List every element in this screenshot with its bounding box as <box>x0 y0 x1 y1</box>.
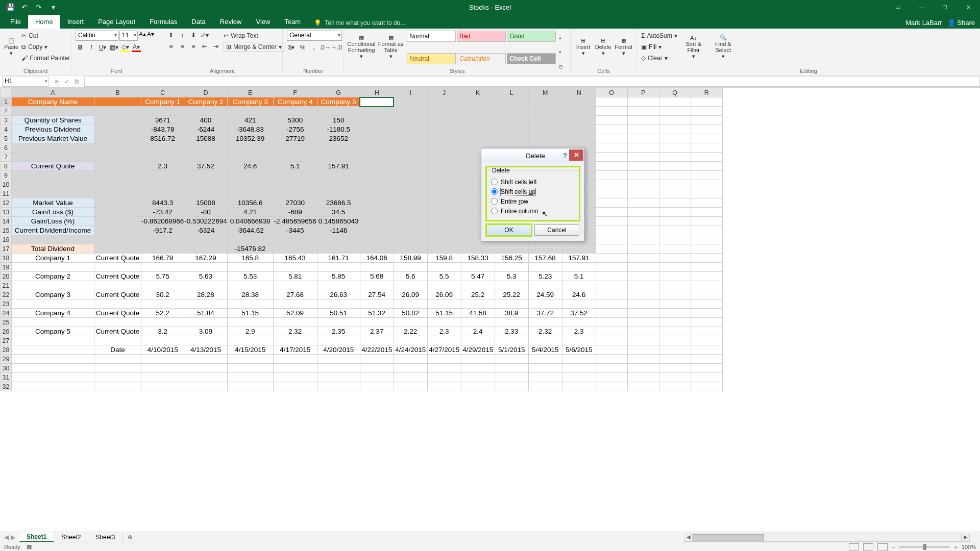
indent-dec-icon[interactable]: ⇤ <box>200 42 209 51</box>
zoom-slider[interactable] <box>899 546 950 548</box>
cell-J15[interactable] <box>427 226 461 235</box>
cell-I20[interactable]: 5.6 <box>394 272 427 281</box>
cell-L4[interactable] <box>495 125 528 134</box>
cell-O23[interactable] <box>596 299 627 309</box>
cell-E16[interactable] <box>227 235 273 244</box>
cell-H20[interactable]: 5.68 <box>360 272 394 281</box>
font-color-icon[interactable]: A▾ <box>132 43 141 52</box>
cell-R14[interactable] <box>691 217 722 226</box>
sheet-nav-prev-icon[interactable]: ◀ <box>4 534 9 541</box>
zoom-label[interactable]: 100% <box>962 544 976 550</box>
cell-E22[interactable]: 28.38 <box>227 290 273 299</box>
cell-H19[interactable] <box>360 263 394 272</box>
cell-O26[interactable] <box>596 327 627 336</box>
cell-G11[interactable] <box>317 189 360 198</box>
cell-H27[interactable] <box>360 336 394 345</box>
cell-G28[interactable]: 4/20/2015 <box>317 345 360 355</box>
cell-R31[interactable] <box>691 373 722 382</box>
cell-A29[interactable] <box>12 355 94 364</box>
cell-O2[interactable] <box>596 107 627 116</box>
cell-A23[interactable] <box>12 299 94 309</box>
cell-J1[interactable] <box>427 97 461 107</box>
cell-I13[interactable] <box>394 208 427 217</box>
cell-G16[interactable] <box>317 235 360 244</box>
undo-icon[interactable]: ↶ <box>18 3 31 11</box>
cell-M17[interactable] <box>528 244 562 254</box>
italic-icon[interactable]: I <box>87 43 96 52</box>
cell-J32[interactable] <box>427 382 461 391</box>
cell-D27[interactable] <box>184 336 227 345</box>
cell-N29[interactable] <box>562 355 596 364</box>
cell-Q15[interactable] <box>659 226 691 235</box>
cell-E4[interactable]: -3648.83 <box>227 125 273 134</box>
cell-B27[interactable] <box>94 336 141 345</box>
underline-icon[interactable]: U▾ <box>98 43 107 52</box>
cell-B19[interactable] <box>94 263 141 272</box>
cell-F8[interactable]: 5.1 <box>273 162 317 171</box>
cell-M20[interactable]: 5.23 <box>528 272 562 281</box>
cell-E3[interactable]: 421 <box>227 116 273 125</box>
cell-F29[interactable] <box>273 355 317 364</box>
cell-L30[interactable] <box>495 364 528 373</box>
cell-G15[interactable]: -1146 <box>317 226 360 235</box>
sheet-tab-3[interactable]: Sheet3 <box>88 533 122 542</box>
cell-D14[interactable]: -0.530222694 <box>184 217 227 226</box>
zoom-in-icon[interactable]: + <box>954 544 957 550</box>
border-icon[interactable]: ▦▾ <box>109 43 118 52</box>
cell-L3[interactable] <box>495 116 528 125</box>
cell-N28[interactable]: 5/6/2015 <box>562 345 596 355</box>
cell-D1[interactable]: Company 2 <box>184 97 227 107</box>
cell-F5[interactable]: 27719 <box>273 134 317 143</box>
cell-R28[interactable] <box>691 345 722 355</box>
cell-K26[interactable]: 2.4 <box>461 327 495 336</box>
cell-P11[interactable] <box>627 189 659 198</box>
cell-L5[interactable] <box>495 134 528 143</box>
cell-F18[interactable]: 165.43 <box>273 254 317 263</box>
cell-J2[interactable] <box>427 107 461 116</box>
cell-J9[interactable] <box>427 171 461 180</box>
cell-C8[interactable]: 2.3 <box>141 162 184 171</box>
tab-file[interactable]: File <box>3 15 28 29</box>
cell-M26[interactable]: 2.32 <box>528 327 562 336</box>
cell-E15[interactable]: -3644.62 <box>227 226 273 235</box>
cell-G5[interactable]: 23652 <box>317 134 360 143</box>
ok-button[interactable]: OK <box>486 224 531 236</box>
cell-Q9[interactable] <box>659 171 691 180</box>
cell-J27[interactable] <box>427 336 461 345</box>
cell-K19[interactable] <box>461 263 495 272</box>
currency-icon[interactable]: $▾ <box>287 43 296 52</box>
cell-F32[interactable] <box>273 382 317 391</box>
cell-O1[interactable] <box>596 97 627 107</box>
cell-D2[interactable] <box>184 107 227 116</box>
cell-H22[interactable]: 27.54 <box>360 290 394 299</box>
cell-P27[interactable] <box>627 336 659 345</box>
cell-Q16[interactable] <box>659 235 691 244</box>
cell-I11[interactable] <box>394 189 427 198</box>
cell-R10[interactable] <box>691 180 722 189</box>
cell-R15[interactable] <box>691 226 722 235</box>
cell-B29[interactable] <box>94 355 141 364</box>
cell-J5[interactable] <box>427 134 461 143</box>
cell-K22[interactable]: 25.2 <box>461 290 495 299</box>
cell-B2[interactable] <box>94 107 141 116</box>
copy-button[interactable]: ⧉ Copy ▾ <box>21 42 70 52</box>
cell-I26[interactable]: 2.22 <box>394 327 427 336</box>
bold-icon[interactable]: B <box>76 43 85 52</box>
insert-button[interactable]: ⊞Insert▾ <box>575 31 592 63</box>
cell-R23[interactable] <box>691 299 722 309</box>
cell-O22[interactable] <box>596 290 627 299</box>
cell-H30[interactable] <box>360 364 394 373</box>
cell-G12[interactable]: 23686.5 <box>317 198 360 208</box>
cell-M19[interactable] <box>528 263 562 272</box>
cell-Q4[interactable] <box>659 125 691 134</box>
cell-D28[interactable]: 4/13/2015 <box>184 345 227 355</box>
shrink-font-icon[interactable]: A▾ <box>147 31 154 41</box>
cell-B18[interactable]: Current Quote <box>94 254 141 263</box>
cell-K5[interactable] <box>461 134 495 143</box>
cell-A11[interactable] <box>12 189 94 198</box>
cell-N21[interactable] <box>562 281 596 290</box>
cell-H23[interactable] <box>360 299 394 309</box>
redo-icon[interactable]: ↷ <box>33 3 45 11</box>
cell-G13[interactable]: 34.5 <box>317 208 360 217</box>
opt-shift-left[interactable]: Shift cells left <box>491 177 575 187</box>
